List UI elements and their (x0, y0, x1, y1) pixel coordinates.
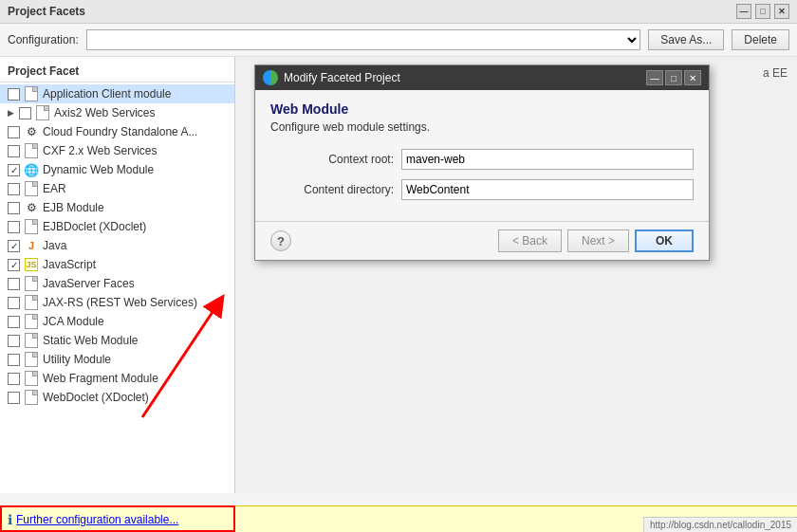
further-config-link[interactable]: Further configuration available... (16, 513, 178, 526)
ok-button[interactable]: OK (635, 229, 694, 252)
list-item[interactable]: Application Client module (0, 84, 234, 103)
delete-button[interactable]: Delete (732, 29, 789, 50)
checkbox-java[interactable] (8, 240, 20, 252)
item-label: Cloud Foundry Standalone A... (43, 125, 197, 138)
doc-icon (24, 390, 39, 405)
item-label: Java (43, 239, 66, 252)
panel-title-icons: — □ ✕ (736, 4, 789, 19)
js-icon: JS (24, 257, 39, 272)
list-item[interactable]: ⚙ EJB Module (0, 198, 234, 217)
panel-title-text: Project Facets (8, 5, 85, 18)
config-bar: Configuration: Save As... Delete (0, 24, 797, 57)
checkbox-ear[interactable] (8, 183, 20, 195)
item-label: Web Fragment Module (43, 372, 158, 385)
doc-icon (24, 143, 39, 158)
globe-icon: 🌐 (24, 162, 39, 177)
content-directory-row: Content directory: (270, 179, 694, 200)
doc-icon (24, 333, 39, 348)
item-label: JavaScript (43, 258, 96, 271)
doc-icon (24, 314, 39, 329)
doc-icon (24, 295, 39, 310)
checkbox-webdoclet[interactable] (8, 392, 20, 404)
checkbox-static-web[interactable] (8, 335, 20, 347)
checkbox-app-client[interactable] (8, 88, 20, 101)
checkbox-utility[interactable] (8, 354, 20, 366)
item-label: Dynamic Web Module (43, 163, 154, 176)
item-label: EAR (43, 182, 66, 195)
main-panel: Project Facets — □ ✕ Configuration: Save… (0, 0, 797, 532)
doc-icon (24, 219, 39, 234)
list-item[interactable]: Static Web Module (0, 331, 234, 350)
info-icon: ℹ (8, 512, 12, 527)
checkbox-cloud-foundry[interactable] (8, 126, 20, 138)
expand-arrow-icon: ▶ (8, 108, 15, 118)
help-button[interactable]: ? (270, 230, 291, 251)
dialog-titlebar: Modify Faceted Project — □ ✕ (255, 65, 709, 90)
list-item[interactable]: EAR (0, 179, 234, 198)
list-item[interactable]: CXF 2.x Web Services (0, 141, 234, 160)
dialog-close-icon[interactable]: ✕ (684, 70, 701, 85)
list-item[interactable]: JAX-RS (REST Web Services) (0, 293, 234, 312)
back-button[interactable]: < Back (498, 229, 562, 252)
list-item[interactable]: J Java (0, 236, 234, 255)
item-label: WebDoclet (XDoclet) (43, 391, 149, 404)
list-item[interactable]: JS JavaScript (0, 255, 234, 274)
dialog-maximize-icon[interactable]: □ (665, 70, 682, 85)
maximize-panel-icon[interactable]: □ (755, 4, 770, 19)
dialog-minimize-icon[interactable]: — (646, 70, 663, 85)
config-select[interactable] (86, 29, 641, 50)
modify-icon (263, 70, 278, 85)
background-text: a EE (763, 66, 788, 80)
panel-title-bar: Project Facets — □ ✕ (0, 0, 797, 24)
checkbox-jsf[interactable] (8, 278, 20, 290)
close-panel-icon[interactable]: ✕ (774, 4, 789, 19)
item-label: JavaServer Faces (43, 277, 135, 290)
doc-icon (24, 276, 39, 291)
content-area: Project Facet Application Client module … (0, 57, 797, 493)
config-label: Configuration: (8, 33, 79, 46)
item-label: CXF 2.x Web Services (43, 144, 157, 157)
item-label: JAX-RS (REST Web Services) (43, 296, 197, 309)
item-label: Application Client module (43, 87, 171, 101)
item-label: JCA Module (43, 315, 104, 328)
checkbox-web-fragment[interactable] (8, 373, 20, 385)
dialog-title-text: Modify Faceted Project (284, 71, 400, 84)
list-item[interactable]: JavaServer Faces (0, 274, 234, 293)
list-item[interactable]: Utility Module (0, 350, 234, 369)
dialog-section-desc: Configure web module settings. (270, 120, 694, 134)
doc-icon (24, 371, 39, 386)
minimize-panel-icon[interactable]: — (736, 4, 751, 19)
footer-left: ? (270, 230, 291, 251)
checkbox-axis2[interactable] (19, 107, 31, 119)
checkbox-ejbdoclet[interactable] (8, 221, 20, 233)
checkbox-cxf[interactable] (8, 145, 20, 157)
modify-faceted-dialog: Modify Faceted Project — □ ✕ Web Module … (254, 64, 710, 261)
url-bar: http://blog.csdn.net/callodin_2015 (643, 517, 797, 532)
item-label: EJB Module (43, 201, 104, 214)
list-item[interactable]: EJBDoclet (XDoclet) (0, 217, 234, 236)
context-root-input[interactable] (401, 149, 694, 170)
checkbox-jca[interactable] (8, 316, 20, 328)
java-icon: J (24, 238, 39, 253)
gear-icon: ⚙ (24, 124, 39, 139)
footer-right: < Back Next > OK (498, 229, 694, 252)
list-item[interactable]: ⚙ Cloud Foundry Standalone A... (0, 122, 234, 141)
content-directory-input[interactable] (401, 179, 694, 200)
left-panel: Project Facet Application Client module … (0, 57, 235, 493)
list-item[interactable]: 🌐 Dynamic Web Module (0, 160, 234, 179)
checkbox-javascript[interactable] (8, 259, 20, 271)
doc-icon (24, 181, 39, 196)
checkbox-dynamic-web[interactable] (8, 164, 20, 176)
checkbox-jaxrs[interactable] (8, 297, 20, 309)
list-item[interactable]: WebDoclet (XDoclet) (0, 388, 234, 407)
list-item[interactable]: ▶ Axis2 Web Services (0, 103, 234, 122)
save-as-button[interactable]: Save As... (648, 29, 724, 50)
facets-list-header: Project Facet (0, 61, 234, 83)
dialog-footer: ? < Back Next > OK (255, 221, 709, 260)
item-label: Axis2 Web Services (54, 106, 155, 119)
item-label: Utility Module (43, 353, 111, 366)
list-item[interactable]: Web Fragment Module (0, 369, 234, 388)
next-button[interactable]: Next > (567, 229, 629, 252)
list-item[interactable]: JCA Module (0, 312, 234, 331)
checkbox-ejb[interactable] (8, 202, 20, 214)
